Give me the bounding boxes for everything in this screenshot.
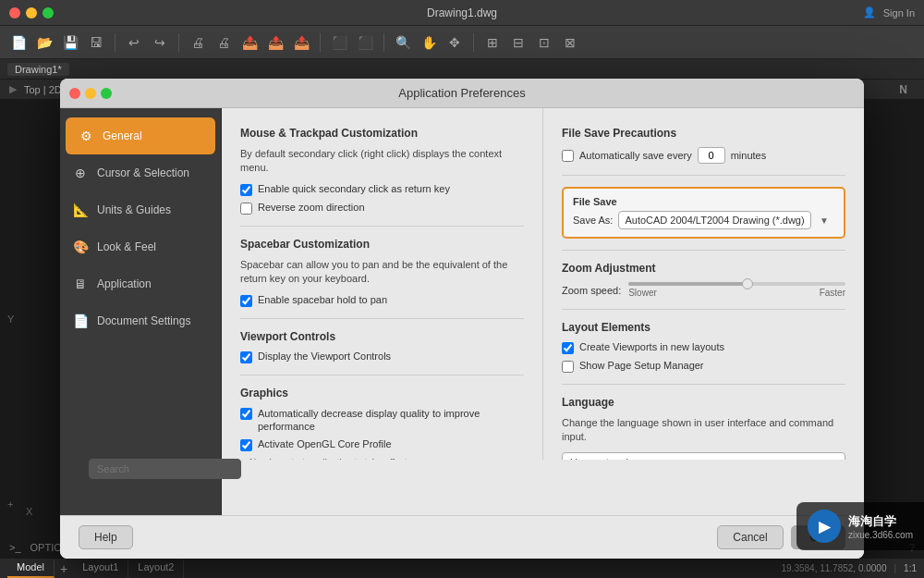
show-page-setup-label: Show Page Setup Manager: [579, 360, 704, 371]
sidebar-item-general[interactable]: ⚙ General: [66, 117, 215, 154]
sidebar-item-units[interactable]: 📐 Units & Guides: [60, 191, 221, 228]
dialog-overlay: Application Preferences ⚙ General ⊕ Curs…: [0, 100, 924, 537]
maximize-button[interactable]: [43, 7, 54, 18]
dialog-close[interactable]: [69, 88, 80, 99]
reverse-zoom-row: Reverse zoom direction: [240, 202, 524, 215]
language-select-wrapper: Use system language ▶: [562, 452, 845, 460]
view4-button[interactable]: ⊠: [559, 31, 581, 54]
help-button[interactable]: Help: [79, 525, 133, 549]
language-desc: Change the language shown in user interf…: [562, 416, 845, 445]
move-button[interactable]: ✥: [444, 31, 466, 54]
tab-model[interactable]: Model: [7, 560, 55, 578]
reverse-zoom-label: Reverse zoom direction: [258, 202, 365, 213]
view1-button[interactable]: ⊞: [481, 31, 504, 54]
sidebar-item-cursor[interactable]: ⊕ Cursor & Selection: [60, 154, 221, 191]
divider-5: [562, 175, 845, 176]
undo-button[interactable]: ↩: [123, 31, 145, 54]
mouse-section-title: Mouse & Trackpad Customization: [240, 127, 524, 140]
view3-button[interactable]: ⊡: [533, 31, 555, 54]
main-toolbar: 📄 📂 💾 🖫 ↩ ↪ 🖨 🖨 📤 📤 📤 ⬛ ⬛ 🔍 ✋ ✥ ⊞ ⊟ ⊡ ⊠: [0, 26, 924, 59]
zoom-speed-label: Zoom speed:: [562, 285, 621, 296]
language-title: Language: [562, 396, 845, 409]
autosave-checkbox[interactable]: [562, 150, 574, 162]
tab-layout1[interactable]: Layout1: [73, 560, 128, 578]
watermark-text-block: 海淘自学 zixue.3d66.com: [848, 513, 913, 540]
file-save-precautions-title: File Save Precautions: [562, 127, 845, 140]
tab-layout2[interactable]: Layout2: [128, 560, 184, 578]
right-content: File Save Precautions Automatically save…: [542, 108, 864, 460]
look-icon: 🎨: [71, 238, 90, 256]
save-button[interactable]: 💾: [59, 31, 81, 54]
separator-5: [473, 33, 474, 52]
sidebar-item-look[interactable]: 🎨 Look & Feel: [60, 228, 221, 265]
separator-status: |: [894, 563, 896, 573]
export2-button[interactable]: 📤: [264, 31, 286, 54]
open-button[interactable]: 📂: [33, 31, 55, 54]
spacebar-section-title: Spacebar Customization: [240, 238, 524, 251]
search-button[interactable]: 🔍: [392, 31, 414, 54]
zoom-slider-thumb[interactable]: [742, 278, 753, 289]
save-as-button[interactable]: 🖫: [85, 31, 107, 54]
autosave-label: Automatically save every: [579, 150, 692, 161]
enable-quick-secondary-checkbox[interactable]: [240, 184, 252, 196]
zoom-slider-container: Slower Faster: [628, 282, 845, 298]
select-arrow-icon: ▼: [820, 215, 829, 226]
add-layout-button[interactable]: +: [55, 560, 73, 578]
tab-drawing[interactable]: Drawing1*: [7, 63, 69, 76]
enable-spacebar-label: Enable spacebar hold to pan: [258, 294, 387, 305]
bottom-bar: Model + Layout1 Layout2 19.3584, 11.7852…: [0, 558, 924, 578]
display-viewport-row: Display the Viewport Controls: [240, 350, 524, 363]
language-select[interactable]: Use system language: [562, 452, 845, 460]
enable-spacebar-row: Enable spacebar hold to pan: [240, 294, 524, 307]
layout-elements-title: Layout Elements: [562, 321, 845, 334]
close-button[interactable]: [9, 7, 20, 18]
dialog-body: ⚙ General ⊕ Cursor & Selection 📐 Units &…: [60, 108, 864, 515]
dialog-maximize[interactable]: [101, 88, 112, 99]
watermark-brand: 海淘自学: [848, 513, 913, 530]
pan-button[interactable]: ✋: [418, 31, 440, 54]
divider-7: [562, 309, 845, 310]
left-content: Mouse & Trackpad Customization By defaul…: [222, 108, 542, 460]
enable-spacebar-checkbox[interactable]: [240, 295, 252, 307]
sidebar-item-document[interactable]: 📄 Document Settings: [60, 302, 221, 339]
command-prompt: >_: [9, 542, 21, 553]
look-label: Look & Feel: [97, 240, 156, 253]
sidebar-item-application[interactable]: 🖥 Application: [60, 265, 221, 302]
dialog-footer: Help Cancel OK: [60, 515, 864, 559]
new-button[interactable]: 📄: [7, 31, 30, 54]
view2-button[interactable]: ⊟: [507, 31, 529, 54]
zoom-slider-track[interactable]: [628, 282, 845, 286]
preferences-dialog: Application Preferences ⚙ General ⊕ Curs…: [60, 79, 864, 559]
publish2-button[interactable]: ⬛: [354, 31, 376, 54]
sign-in-area: 👤 Sign In: [863, 6, 915, 18]
document-label: Document Settings: [97, 314, 190, 327]
autosave-minutes-input[interactable]: [698, 147, 725, 164]
divider-3: [240, 375, 524, 375]
minimize-button[interactable]: [26, 7, 37, 18]
viewport-arrow: ▶: [9, 83, 17, 95]
create-viewports-checkbox[interactable]: [562, 342, 574, 354]
auto-decrease-checkbox[interactable]: [240, 408, 252, 420]
publish-button[interactable]: ⬛: [328, 31, 350, 54]
redo-button[interactable]: ↪: [149, 31, 171, 54]
sign-in-label[interactable]: Sign In: [883, 7, 915, 18]
autosave-row: Automatically save every minutes: [562, 147, 845, 164]
print-button[interactable]: 🖨: [187, 31, 209, 54]
export-button[interactable]: 📤: [238, 31, 261, 54]
divider-6: [562, 250, 845, 251]
export3-button[interactable]: 📤: [290, 31, 312, 54]
separator-3: [320, 33, 321, 52]
display-viewport-checkbox[interactable]: [240, 351, 252, 363]
opengl-checkbox[interactable]: [240, 439, 252, 451]
dialog-minimize[interactable]: [85, 88, 96, 99]
save-as-label: Save As:: [573, 215, 613, 226]
save-as-select[interactable]: AutoCAD 2004/LT2004 Drawing (*.dwg): [618, 211, 811, 229]
zoom-slider-fill: [628, 282, 748, 286]
sidebar-search-container: [81, 451, 234, 486]
search-input[interactable]: [89, 459, 241, 479]
cancel-button[interactable]: Cancel: [717, 525, 783, 549]
reverse-zoom-checkbox[interactable]: [240, 203, 252, 215]
print2-button[interactable]: 🖨: [213, 31, 235, 54]
spacebar-desc: Spacebar can allow you to pan and be the…: [240, 258, 524, 287]
show-page-setup-checkbox[interactable]: [562, 361, 574, 373]
